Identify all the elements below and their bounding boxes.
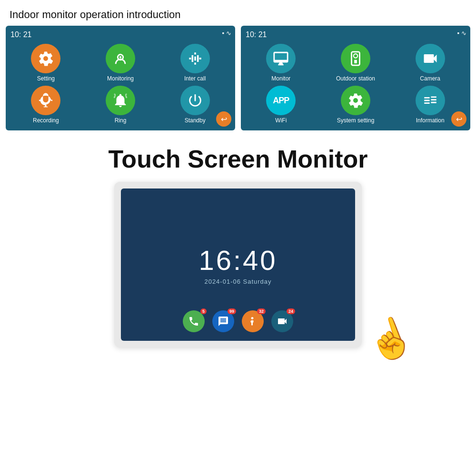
svg-point-1 — [119, 56, 121, 58]
page-title: Indoor monitor operation introduction — [0, 0, 476, 26]
systemsetting-circle — [341, 86, 370, 115]
monitor-clock: 16:40 — [198, 244, 277, 276]
monitor-date: 2024-01-06 Saturday — [204, 278, 271, 285]
sd-icon-2: ▪ — [457, 30, 459, 37]
systemsetting-label: System setting — [337, 117, 375, 124]
monitoring-label: Monitoring — [107, 75, 134, 82]
intercall-label: Inter call — [184, 75, 206, 82]
chat-icon-wrap[interactable]: 99 — [212, 310, 234, 332]
touch-screen-title: Touch Screen Monitor — [108, 145, 367, 173]
svg-point-10 — [354, 54, 358, 58]
monitoring-circle — [106, 44, 135, 73]
icon-intercall[interactable]: Inter call — [159, 44, 230, 82]
wifi-icon-1: ∿ — [226, 30, 231, 37]
outdoor-label: Outdoor station — [336, 75, 375, 82]
standby-circle — [180, 86, 210, 115]
ring-circle — [106, 86, 135, 115]
status-icons-1: ▪ ∿ — [222, 30, 231, 37]
monitor-screen: 16:40 2024-01-06 Saturday 5 — [121, 188, 355, 341]
wifi-icon-2: ∿ — [461, 30, 466, 37]
icon-recording[interactable]: Recording — [10, 86, 81, 124]
icon-monitor[interactable]: Monitor — [246, 44, 317, 82]
back-btn-1[interactable]: ↩ — [216, 111, 231, 127]
setting-circle — [31, 44, 60, 73]
information-circle — [416, 86, 445, 115]
video-icon-wrap[interactable]: 24 — [271, 310, 293, 332]
sd-icon: ▪ — [222, 30, 224, 37]
icon-ring[interactable]: Ring — [85, 86, 156, 124]
panel1-time: 10: 21 — [10, 30, 230, 39]
screen-panel-1: ▪ ∿ 10: 21 Setting — [6, 26, 235, 130]
video-badge: 24 — [287, 308, 295, 314]
person-icon-wrap[interactable]: 32 — [242, 310, 264, 332]
icon-monitoring[interactable]: Monitoring — [85, 44, 156, 82]
wifi-label: WiFi — [275, 117, 287, 124]
monitor-label: Monitor — [271, 75, 290, 82]
panel1-grid: Setting Monitoring — [10, 44, 230, 124]
top-section: ▪ ∿ 10: 21 Setting — [0, 26, 476, 130]
hand-pointer: ☝ — [360, 310, 420, 369]
panel2-time: 10: 21 — [246, 30, 466, 39]
chat-badge: 99 — [228, 308, 236, 314]
icon-systemsetting[interactable]: System setting — [320, 86, 391, 124]
setting-label: Setting — [37, 75, 55, 82]
status-icons-2: ▪ ∿ — [457, 30, 466, 37]
ring-label: Ring — [115, 117, 127, 124]
icon-wifi[interactable]: APP WiFi — [246, 86, 317, 124]
monitor-circle — [266, 44, 296, 73]
phone-icon-wrap[interactable]: 5 — [183, 310, 205, 332]
panel2-grid: Monitor Outdoor station — [246, 44, 466, 124]
camera-label: Camera — [420, 75, 440, 82]
recording-label: Recording — [33, 117, 59, 124]
outdoor-circle — [341, 44, 370, 73]
person-badge: 32 — [257, 308, 266, 314]
phone-badge: 5 — [200, 308, 207, 314]
monitor-wrapper: 16:40 2024-01-06 Saturday 5 — [114, 182, 362, 347]
wifi-circle: APP — [266, 86, 296, 115]
icon-setting[interactable]: Setting — [10, 44, 81, 82]
information-label: Information — [416, 117, 445, 124]
monitor-bottom-icons: 5 99 — [183, 310, 293, 332]
recording-circle — [31, 86, 60, 115]
camera-circle — [416, 44, 445, 73]
back-btn-2[interactable]: ↩ — [451, 111, 466, 127]
screen-panel-2: ▪ ∿ 10: 21 Monitor — [241, 26, 470, 130]
monitor-device: 16:40 2024-01-06 Saturday 5 — [114, 182, 362, 347]
standby-label: Standby — [185, 117, 206, 124]
intercall-circle — [180, 44, 210, 73]
icon-outdoor[interactable]: Outdoor station — [320, 44, 391, 82]
bottom-section: Touch Screen Monitor 16:40 2024-01-06 Sa… — [0, 140, 476, 347]
svg-rect-11 — [354, 60, 357, 63]
icon-camera[interactable]: Camera — [395, 44, 466, 82]
